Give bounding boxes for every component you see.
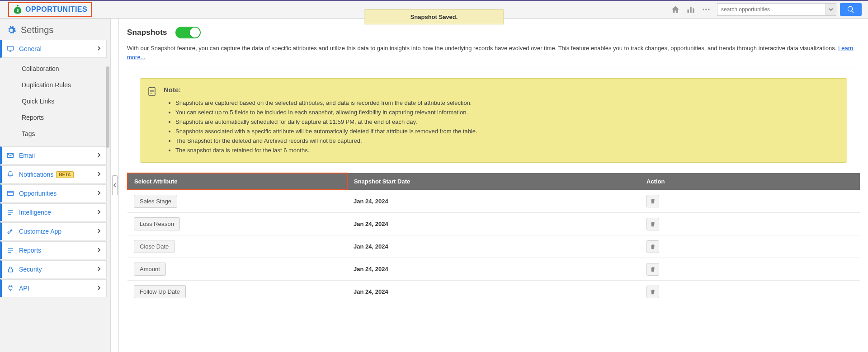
note-item: Snapshots associated with a specific att… (175, 127, 839, 136)
svg-rect-8 (7, 154, 14, 158)
plug-icon (6, 284, 14, 292)
search-dropdown-toggle[interactable] (826, 3, 836, 16)
nav-general[interactable]: General (0, 40, 107, 58)
nav-intelligence-label: Intelligence (19, 209, 51, 216)
svg-rect-2 (690, 7, 691, 13)
home-icon[interactable] (671, 5, 680, 14)
snapshot-table: Select Attribute Snapshot Start Date Act… (127, 173, 860, 303)
svg-rect-1 (688, 9, 689, 13)
chevron-right-icon (96, 171, 102, 178)
bar-chart-icon[interactable] (686, 5, 695, 14)
col-action: Action (640, 173, 860, 190)
table-row: AmountJan 24, 2024 (127, 258, 860, 281)
snapshot-date: Jan 24, 2024 (347, 281, 640, 303)
svg-rect-7 (7, 47, 14, 50)
chevron-down-icon (829, 7, 833, 12)
attribute-select-button[interactable]: Sales Stage (134, 195, 177, 208)
nav-reports[interactable]: Reports (0, 241, 107, 259)
nav-security-label: Security (19, 266, 42, 273)
beta-badge: BETA (56, 171, 73, 178)
delete-button[interactable] (646, 218, 659, 230)
nav-api-label: API (19, 285, 29, 292)
delete-button[interactable] (646, 263, 659, 276)
nav-opportunities-label: Opportunities (19, 190, 57, 197)
attribute-select-button[interactable]: Close Date (134, 240, 175, 253)
note-item: Snapshots are automatically scheduled fo… (175, 117, 839, 127)
attribute-select-button[interactable]: Loss Reason (134, 217, 180, 230)
sub-tags[interactable]: Tags (0, 126, 107, 142)
table-row: Sales StageJan 24, 2024 (127, 190, 860, 213)
chevron-right-icon (96, 228, 102, 235)
search (717, 3, 862, 16)
trash-icon (650, 289, 656, 295)
chevron-right-icon (96, 190, 102, 197)
sidebar-title: Settings (0, 19, 110, 40)
brand-text: OPPORTUNITIES (25, 5, 87, 14)
note-item: You can select up to 5 fields to be incl… (175, 108, 839, 117)
sidebar-collapse-strip (111, 19, 119, 352)
snapshot-date: Jan 24, 2024 (347, 213, 640, 235)
page-title: Snapshots (127, 28, 167, 37)
magnifier-icon (847, 5, 855, 14)
list-icon (6, 246, 14, 254)
nav-customize-app-label: Customize App (19, 228, 61, 235)
page-description: With our Snapshot feature, you can captu… (127, 44, 860, 67)
col-select-attribute: Select Attribute (127, 173, 347, 190)
col-snapshot-start-date: Snapshot Start Date (347, 173, 640, 190)
top-right-actions (671, 3, 868, 16)
table-row: Close DateJan 24, 2024 (127, 235, 860, 258)
chevron-right-icon (96, 46, 102, 52)
page-description-text: With our Snapshot feature, you can captu… (127, 45, 838, 52)
nav-email[interactable]: Email (0, 146, 107, 164)
nav-customize-app[interactable]: Customize App (0, 222, 107, 240)
svg-rect-10 (9, 269, 13, 272)
sidebar-collapse-button[interactable] (112, 175, 118, 195)
monitor-icon (6, 45, 14, 53)
card-icon (6, 189, 14, 197)
search-button[interactable] (840, 3, 862, 16)
chevron-right-icon (96, 152, 102, 159)
list-icon (6, 208, 14, 216)
delete-button[interactable] (646, 195, 659, 207)
delete-button[interactable] (646, 240, 659, 253)
nav-notifications[interactable]: Notifications BETA (0, 165, 107, 183)
nav-notifications-label: Notifications (19, 171, 53, 178)
settings-sidebar: Settings General Collaboration Duplicati… (0, 19, 111, 352)
svg-point-4 (703, 9, 704, 10)
chevron-right-icon (96, 209, 102, 216)
note-item: The Snapshot for the deleted and Archive… (175, 136, 839, 145)
search-input[interactable] (717, 3, 826, 16)
note-item: The snapshot data is retained for the la… (175, 145, 839, 155)
nav-email-label: Email (19, 152, 35, 159)
brand-opportunities[interactable]: $ OPPORTUNITIES (8, 2, 92, 17)
table-row: Loss ReasonJan 24, 2024 (127, 213, 860, 235)
gear-icon (6, 25, 16, 35)
snapshots-toggle[interactable] (175, 27, 201, 38)
snapshot-saved-banner: Snapshot Saved. (365, 9, 504, 24)
nav-intelligence[interactable]: Intelligence (0, 203, 107, 221)
table-row: Follow Up DateJan 24, 2024 (127, 281, 860, 303)
trash-icon (650, 221, 656, 227)
sub-quick-links[interactable]: Quick Links (0, 93, 107, 109)
sub-duplication-rules[interactable]: Duplication Rules (0, 77, 107, 93)
note-icon (146, 86, 157, 97)
main-content: Snapshots With our Snapshot feature, you… (119, 19, 868, 352)
snapshot-date: Jan 24, 2024 (347, 258, 640, 281)
delete-button[interactable] (646, 286, 659, 298)
sub-collaboration[interactable]: Collaboration (0, 61, 107, 77)
svg-point-5 (705, 9, 707, 10)
nav-opportunities[interactable]: Opportunities (0, 184, 107, 202)
attribute-select-button[interactable]: Follow Up Date (134, 285, 186, 298)
sub-reports[interactable]: Reports (0, 109, 107, 126)
sidebar-scrollbar[interactable] (106, 66, 109, 148)
chevron-right-icon (96, 247, 102, 254)
nav-api[interactable]: API (0, 279, 107, 297)
more-icon[interactable] (702, 5, 711, 14)
nav-general-sublist: Collaboration Duplication Rules Quick Li… (0, 59, 107, 146)
svg-text:$: $ (17, 9, 19, 13)
top-bar: $ OPPORTUNITIES Snapshot Saved. (0, 0, 868, 19)
nav-security[interactable]: Security (0, 260, 107, 278)
bell-icon (6, 170, 14, 178)
chevron-right-icon (96, 266, 102, 273)
attribute-select-button[interactable]: Amount (134, 263, 166, 276)
